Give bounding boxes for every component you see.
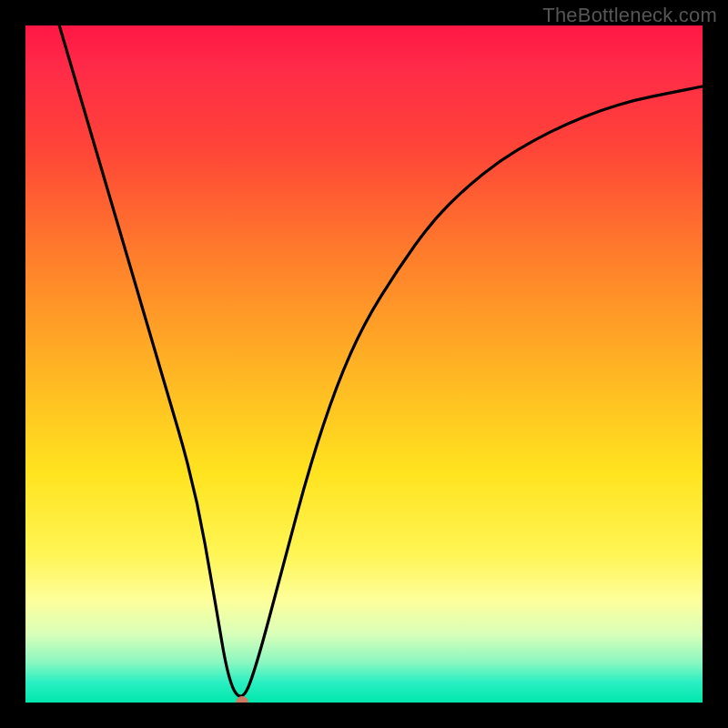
chart-frame	[25, 25, 703, 703]
bottleneck-curve	[25, 25, 703, 703]
curve-path	[59, 25, 703, 696]
watermark-text: TheBottleneck.com	[542, 4, 717, 27]
minimum-marker	[236, 696, 248, 703]
